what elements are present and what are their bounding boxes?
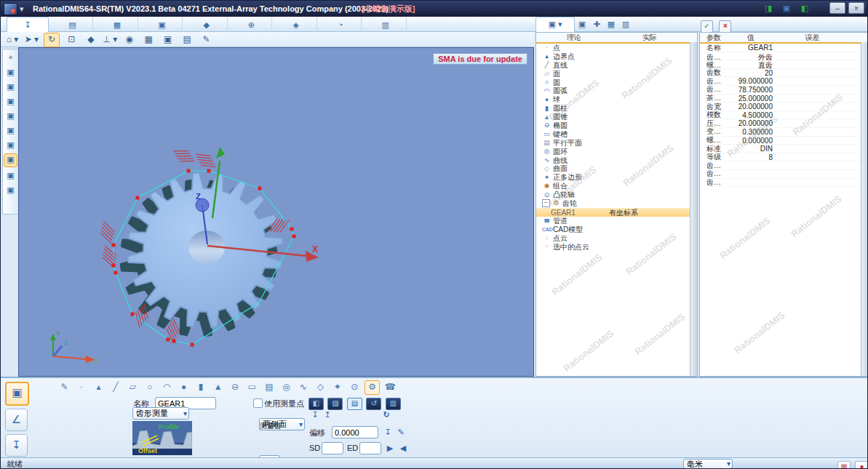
param-row[interactable]: 齿… <box>700 179 868 188</box>
param-header-name[interactable]: 参数 <box>700 33 729 42</box>
curve-icon[interactable]: ∿ <box>296 380 310 393</box>
cad-measure-button[interactable]: ▣ <box>4 153 17 167</box>
tab-list-view[interactable]: ▤ <box>347 398 362 410</box>
tree-scrollbar[interactable] <box>690 42 697 376</box>
tab-features[interactable]: ▣ ▾ <box>535 17 575 32</box>
cad-select-vertex-button[interactable]: ▣ <box>4 110 17 122</box>
offset-measure-icon[interactable]: ↧ <box>382 426 394 438</box>
coordinate-button[interactable]: ⊥ ▾ <box>103 33 117 46</box>
param-header-error[interactable]: 误差 <box>781 33 843 42</box>
cad-pick-feature-button[interactable]: ▣ <box>4 139 17 151</box>
confirm-button[interactable]: ✓ <box>701 20 713 33</box>
parallel-planes-icon[interactable]: ▤ <box>262 380 276 393</box>
probe-button[interactable]: ↧ <box>5 434 28 457</box>
sphere-icon[interactable]: ● <box>177 380 191 393</box>
gear-icon[interactable]: ⚙ <box>365 380 380 395</box>
cam-icon[interactable]: ⊙ <box>348 380 362 393</box>
layers-button[interactable]: ▣ <box>161 33 175 46</box>
tab-rotate-view[interactable]: ↺ <box>366 398 381 410</box>
3d-viewport[interactable]: Z X Y Z X SMA is due for update <box>18 47 534 377</box>
circle-icon[interactable]: ○ <box>143 380 156 393</box>
app-logo-icon[interactable] <box>4 3 17 15</box>
view-button[interactable]: ◉ <box>122 33 137 46</box>
tab-probe[interactable]: ↧ <box>7 17 49 33</box>
close-button[interactable]: × <box>848 2 864 14</box>
play-forward-icon[interactable]: ▶ <box>384 442 396 454</box>
clipboard-button[interactable]: ▤ <box>180 33 194 46</box>
rotate-icon[interactable]: ↻ <box>381 409 392 420</box>
fill-button[interactable]: ◆ <box>84 33 98 46</box>
caliper-button[interactable]: ∠ <box>5 409 28 431</box>
tree-item[interactable]: ⊙ 凸轮轴 <box>536 191 697 199</box>
tab-settings[interactable]: ▥ <box>365 17 407 32</box>
pin-icon[interactable]: ✦ <box>4 52 17 64</box>
cylinder-icon[interactable]: ▮ <box>194 380 208 393</box>
pipe-icon[interactable]: ☎ <box>383 380 397 393</box>
param-header-value[interactable]: 值 <box>729 33 773 42</box>
measure-feature-button[interactable]: ▣ <box>5 382 29 406</box>
cad-pick-point-button[interactable]: ▣ <box>4 124 17 137</box>
tab-time[interactable]: ◔ <box>320 17 362 32</box>
offset-edit-icon[interactable]: ✎ <box>395 426 407 438</box>
offset-input[interactable] <box>332 426 378 438</box>
close-param-button[interactable]: × <box>719 20 731 33</box>
tab-cube-small[interactable]: ▣ <box>575 17 589 31</box>
status-grid-icon[interactable]: ▦ <box>837 461 851 469</box>
tree-item-gear-group[interactable]: − ⚙ 齿轮 <box>536 199 697 208</box>
tree-item[interactable]: ◠ 圆弧 <box>536 87 697 95</box>
tab-graphics[interactable]: ◆ <box>186 17 228 32</box>
param-row[interactable]: 齿… 外齿 <box>700 52 868 61</box>
feature-probe-icon[interactable]: ✎ <box>57 380 71 393</box>
measure-type-dropdown[interactable]: 齿形测量 <box>132 407 189 420</box>
controller-icon[interactable]: ◨ <box>765 4 772 12</box>
tab-report[interactable]: ▤ <box>52 17 93 32</box>
cad-select-face-button[interactable]: ▣ <box>4 81 17 93</box>
probe-angle-icon[interactable]: ↥ <box>322 409 333 420</box>
plane-icon[interactable]: ▱ <box>126 380 140 393</box>
tab-basket-small[interactable]: ▦ <box>604 17 618 31</box>
play-back-icon[interactable]: ◀ <box>397 442 409 454</box>
zoom-region-button[interactable]: ⊡ <box>64 33 79 46</box>
line-icon[interactable]: ╱ <box>108 380 122 393</box>
tree-item[interactable]: ╱ 直线 <box>536 61 697 70</box>
sd-input[interactable] <box>322 442 343 454</box>
tree-header-theory[interactable]: 理论 <box>536 33 612 42</box>
annotate-button[interactable]: ✎ <box>199 33 214 46</box>
tab-grid[interactable]: ▦ <box>97 17 138 32</box>
point-icon[interactable]: · <box>74 380 88 393</box>
select-cursor-button[interactable]: ➤ ▾ <box>24 33 39 46</box>
palette-button[interactable]: ▦ <box>141 33 156 46</box>
tab-tolerance[interactable]: ◈ <box>276 17 317 32</box>
cone-icon[interactable]: ▲ <box>211 380 225 393</box>
arc-icon[interactable]: ◠ <box>160 380 174 393</box>
param-row[interactable]: 名称 GEAR1 <box>700 44 868 52</box>
cad-select-off-button[interactable]: ▣ <box>4 66 17 79</box>
tab-device[interactable]: ⊕ <box>231 17 272 32</box>
cad-select-edge-button[interactable]: ▣ <box>4 95 17 108</box>
boundary-point-icon[interactable]: ▴ <box>92 380 105 393</box>
status-stop-icon[interactable]: ● <box>855 461 868 469</box>
tree-item[interactable]: ∵ 选中的点云 <box>536 243 697 252</box>
window-switch-icon[interactable]: ▣ <box>783 4 790 12</box>
minimize-button[interactable]: – <box>829 2 845 14</box>
home-button[interactable]: ⌂ ▾ <box>5 33 20 46</box>
units-dropdown[interactable]: 毫米 <box>683 459 733 469</box>
collapse-icon[interactable]: − <box>542 199 550 207</box>
use-measure-points-checkbox[interactable] <box>253 398 263 408</box>
ellipse-icon[interactable]: ⊖ <box>228 380 242 393</box>
param-scrollbar[interactable] <box>861 42 868 376</box>
tab-monitor-small[interactable]: ▥ <box>618 17 633 31</box>
app-menu-button[interactable]: ▾ <box>20 1 24 16</box>
surface-icon[interactable]: ◇ <box>314 380 327 393</box>
refresh-button[interactable]: ↻ <box>44 33 60 47</box>
tab-view[interactable]: ▣ <box>141 17 183 32</box>
ed-input[interactable] <box>359 442 381 454</box>
cad-section-button[interactable]: ▣ <box>4 169 17 182</box>
tab-probe-small[interactable]: ✚ <box>589 17 604 31</box>
probe-change-icon[interactable]: ◧ <box>801 4 808 12</box>
probe-down-icon[interactable]: ↧ <box>309 409 321 420</box>
cad-transform-button[interactable]: ▣ <box>4 184 17 196</box>
tree-item[interactable]: ▱ 面 <box>536 70 697 79</box>
torus-icon[interactable]: ◎ <box>279 380 293 393</box>
tree-header-actual[interactable]: 实际 <box>612 33 688 42</box>
